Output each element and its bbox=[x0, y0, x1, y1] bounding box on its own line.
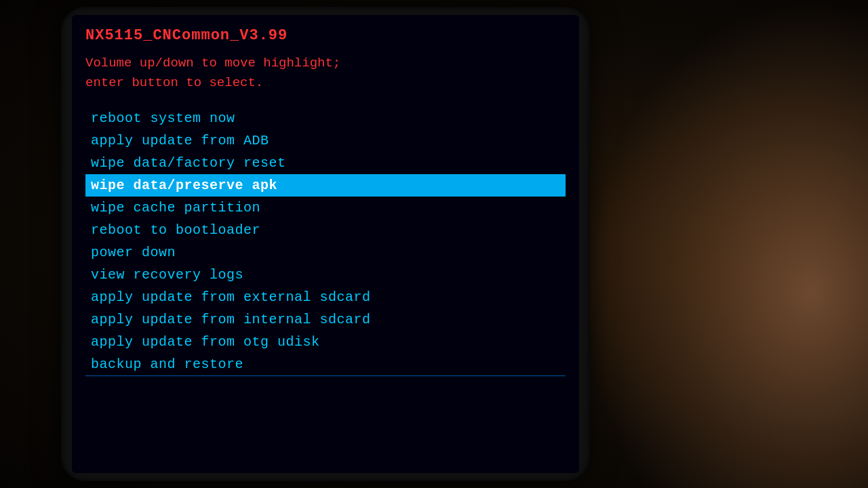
menu-item-apply-update-adb[interactable]: apply update from ADB bbox=[85, 129, 566, 152]
menu-list: reboot system nowapply update from ADBwi… bbox=[85, 107, 566, 376]
menu-item-power-down[interactable]: power down bbox=[85, 241, 566, 264]
hand-overlay bbox=[583, 0, 868, 488]
phone-screen: NX5115_CNCommon_V3.99 Volume up/down to … bbox=[72, 15, 579, 473]
scene: NX5115_CNCommon_V3.99 Volume up/down to … bbox=[0, 0, 868, 488]
menu-item-apply-internal-sdcard[interactable]: apply update from internal sdcard bbox=[85, 308, 566, 331]
instructions-line2: enter button to select. bbox=[85, 73, 566, 93]
instructions-line1: Volume up/down to move highlight; bbox=[85, 54, 566, 73]
menu-item-reboot-bootloader[interactable]: reboot to bootloader bbox=[85, 219, 566, 241]
recovery-ui: NX5115_CNCommon_V3.99 Volume up/down to … bbox=[72, 15, 579, 473]
phone-body: NX5115_CNCommon_V3.99 Volume up/down to … bbox=[61, 7, 590, 481]
version-title: NX5115_CNCommon_V3.99 bbox=[85, 27, 566, 44]
instructions: Volume up/down to move highlight; enter … bbox=[85, 54, 566, 92]
menu-item-wipe-cache[interactable]: wipe cache partition bbox=[85, 197, 566, 219]
menu-item-wipe-factory[interactable]: wipe data/factory reset bbox=[85, 152, 566, 174]
menu-item-view-recovery-logs[interactable]: view recovery logs bbox=[85, 264, 566, 286]
menu-item-reboot-system[interactable]: reboot system now bbox=[85, 107, 566, 129]
menu-item-apply-external-sdcard[interactable]: apply update from external sdcard bbox=[85, 286, 566, 308]
menu-item-apply-otg-udisk[interactable]: apply update from otg udisk bbox=[85, 331, 566, 353]
menu-item-backup-restore[interactable]: backup and restore bbox=[85, 353, 566, 376]
menu-item-wipe-preserve-apk[interactable]: wipe data/preserve apk bbox=[85, 174, 566, 197]
